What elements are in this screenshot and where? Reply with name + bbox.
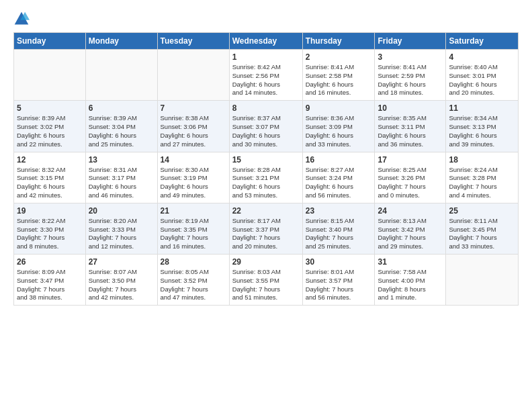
calendar-cell	[85, 50, 157, 101]
cell-info-text: Sunrise: 8:13 AM Sunset: 3:42 PM Dayligh…	[378, 217, 443, 251]
cell-info-text: Sunrise: 8:03 AM Sunset: 3:55 PM Dayligh…	[232, 268, 300, 302]
page: SundayMondayTuesdayWednesdayThursdayFrid…	[0, 0, 532, 411]
calendar-week-row: 5Sunrise: 8:39 AM Sunset: 3:02 PM Daylig…	[14, 101, 519, 152]
cell-info-text: Sunrise: 8:22 AM Sunset: 3:30 PM Dayligh…	[17, 217, 83, 251]
cell-day-number: 18	[449, 155, 515, 165]
cell-day-number: 16	[306, 155, 372, 165]
weekday-header: Wednesday	[229, 33, 302, 50]
calendar-cell: 30Sunrise: 8:01 AM Sunset: 3:57 PM Dayli…	[302, 255, 375, 306]
cell-day-number: 23	[306, 206, 372, 216]
cell-day-number: 25	[449, 206, 515, 216]
cell-info-text: Sunrise: 8:41 AM Sunset: 2:58 PM Dayligh…	[306, 63, 372, 97]
calendar-table: SundayMondayTuesdayWednesdayThursdayFrid…	[13, 32, 519, 306]
weekday-header: Saturday	[446, 33, 519, 50]
calendar-cell: 20Sunrise: 8:20 AM Sunset: 3:33 PM Dayli…	[85, 203, 157, 254]
cell-day-number: 15	[232, 155, 300, 165]
calendar-cell: 22Sunrise: 8:17 AM Sunset: 3:37 PM Dayli…	[229, 203, 302, 254]
calendar-cell: 31Sunrise: 7:58 AM Sunset: 4:00 PM Dayli…	[375, 255, 446, 306]
cell-day-number: 3	[378, 52, 443, 62]
calendar-cell: 10Sunrise: 8:35 AM Sunset: 3:11 PM Dayli…	[375, 101, 446, 152]
cell-info-text: Sunrise: 8:34 AM Sunset: 3:13 PM Dayligh…	[449, 114, 515, 148]
calendar-cell: 3Sunrise: 8:41 AM Sunset: 2:59 PM Daylig…	[375, 50, 446, 101]
cell-info-text: Sunrise: 8:41 AM Sunset: 2:59 PM Dayligh…	[378, 63, 443, 97]
calendar-week-row: 26Sunrise: 8:09 AM Sunset: 3:47 PM Dayli…	[14, 255, 519, 306]
cell-day-number: 26	[17, 257, 83, 267]
calendar-cell: 9Sunrise: 8:36 AM Sunset: 3:09 PM Daylig…	[302, 101, 375, 152]
cell-info-text: Sunrise: 8:32 AM Sunset: 3:15 PM Dayligh…	[17, 166, 83, 200]
calendar-cell: 23Sunrise: 8:15 AM Sunset: 3:40 PM Dayli…	[302, 203, 375, 254]
cell-day-number: 9	[306, 103, 372, 113]
calendar-cell: 25Sunrise: 8:11 AM Sunset: 3:45 PM Dayli…	[446, 203, 519, 254]
cell-day-number: 29	[232, 257, 300, 267]
cell-day-number: 10	[378, 103, 443, 113]
cell-day-number: 4	[449, 52, 515, 62]
weekday-header: Thursday	[302, 33, 375, 50]
cell-info-text: Sunrise: 8:39 AM Sunset: 3:04 PM Dayligh…	[89, 114, 154, 148]
cell-info-text: Sunrise: 8:05 AM Sunset: 3:52 PM Dayligh…	[161, 268, 226, 302]
cell-day-number: 30	[306, 257, 372, 267]
cell-info-text: Sunrise: 8:09 AM Sunset: 3:47 PM Dayligh…	[17, 268, 83, 302]
cell-info-text: Sunrise: 8:07 AM Sunset: 3:50 PM Dayligh…	[89, 268, 154, 302]
calendar-cell: 16Sunrise: 8:27 AM Sunset: 3:24 PM Dayli…	[302, 152, 375, 203]
cell-info-text: Sunrise: 8:35 AM Sunset: 3:11 PM Dayligh…	[378, 114, 443, 148]
weekday-header: Sunday	[14, 33, 86, 50]
calendar-week-row: 12Sunrise: 8:32 AM Sunset: 3:15 PM Dayli…	[14, 152, 519, 203]
calendar-cell: 18Sunrise: 8:24 AM Sunset: 3:28 PM Dayli…	[446, 152, 519, 203]
cell-info-text: Sunrise: 8:42 AM Sunset: 2:56 PM Dayligh…	[232, 63, 300, 97]
calendar-cell: 8Sunrise: 8:37 AM Sunset: 3:07 PM Daylig…	[229, 101, 302, 152]
cell-info-text: Sunrise: 8:15 AM Sunset: 3:40 PM Dayligh…	[306, 217, 372, 251]
cell-day-number: 17	[378, 155, 443, 165]
cell-day-number: 8	[232, 103, 300, 113]
cell-info-text: Sunrise: 8:24 AM Sunset: 3:28 PM Dayligh…	[449, 166, 515, 200]
logo-icon	[13, 11, 30, 27]
cell-info-text: Sunrise: 8:19 AM Sunset: 3:35 PM Dayligh…	[161, 217, 226, 251]
calendar-cell: 11Sunrise: 8:34 AM Sunset: 3:13 PM Dayli…	[446, 101, 519, 152]
cell-day-number: 19	[17, 206, 83, 216]
cell-info-text: Sunrise: 8:40 AM Sunset: 3:01 PM Dayligh…	[449, 63, 515, 97]
cell-info-text: Sunrise: 8:25 AM Sunset: 3:26 PM Dayligh…	[378, 166, 443, 200]
cell-info-text: Sunrise: 8:31 AM Sunset: 3:17 PM Dayligh…	[89, 166, 154, 200]
calendar-cell	[157, 50, 229, 101]
calendar-cell: 6Sunrise: 8:39 AM Sunset: 3:04 PM Daylig…	[85, 101, 157, 152]
cell-info-text: Sunrise: 7:58 AM Sunset: 4:00 PM Dayligh…	[378, 268, 443, 302]
calendar-week-row: 1Sunrise: 8:42 AM Sunset: 2:56 PM Daylig…	[14, 50, 519, 101]
logo	[13, 11, 32, 27]
calendar-cell: 21Sunrise: 8:19 AM Sunset: 3:35 PM Dayli…	[157, 203, 229, 254]
calendar-cell: 13Sunrise: 8:31 AM Sunset: 3:17 PM Dayli…	[85, 152, 157, 203]
cell-day-number: 24	[378, 206, 443, 216]
cell-day-number: 21	[161, 206, 226, 216]
cell-info-text: Sunrise: 8:27 AM Sunset: 3:24 PM Dayligh…	[306, 166, 372, 200]
cell-day-number: 22	[232, 206, 300, 216]
cell-day-number: 13	[89, 155, 154, 165]
cell-info-text: Sunrise: 8:38 AM Sunset: 3:06 PM Dayligh…	[161, 114, 226, 148]
cell-day-number: 5	[17, 103, 83, 113]
calendar-cell: 5Sunrise: 8:39 AM Sunset: 3:02 PM Daylig…	[14, 101, 86, 152]
calendar-cell: 14Sunrise: 8:30 AM Sunset: 3:19 PM Dayli…	[157, 152, 229, 203]
calendar-cell: 12Sunrise: 8:32 AM Sunset: 3:15 PM Dayli…	[14, 152, 86, 203]
cell-info-text: Sunrise: 8:01 AM Sunset: 3:57 PM Dayligh…	[306, 268, 372, 302]
cell-day-number: 11	[449, 103, 515, 113]
cell-day-number: 1	[232, 52, 300, 62]
weekday-header: Tuesday	[157, 33, 229, 50]
calendar-cell: 29Sunrise: 8:03 AM Sunset: 3:55 PM Dayli…	[229, 255, 302, 306]
header	[13, 11, 519, 27]
cell-day-number: 7	[161, 103, 226, 113]
calendar-cell: 26Sunrise: 8:09 AM Sunset: 3:47 PM Dayli…	[14, 255, 86, 306]
cell-info-text: Sunrise: 8:20 AM Sunset: 3:33 PM Dayligh…	[89, 217, 154, 251]
cell-day-number: 6	[89, 103, 154, 113]
cell-day-number: 27	[89, 257, 154, 267]
calendar-week-row: 19Sunrise: 8:22 AM Sunset: 3:30 PM Dayli…	[14, 203, 519, 254]
calendar-cell: 19Sunrise: 8:22 AM Sunset: 3:30 PM Dayli…	[14, 203, 86, 254]
weekday-header: Monday	[85, 33, 157, 50]
calendar-cell: 2Sunrise: 8:41 AM Sunset: 2:58 PM Daylig…	[302, 50, 375, 101]
cell-day-number: 31	[378, 257, 443, 267]
cell-info-text: Sunrise: 8:39 AM Sunset: 3:02 PM Dayligh…	[17, 114, 83, 148]
calendar-cell: 17Sunrise: 8:25 AM Sunset: 3:26 PM Dayli…	[375, 152, 446, 203]
cell-day-number: 12	[17, 155, 83, 165]
cell-info-text: Sunrise: 8:37 AM Sunset: 3:07 PM Dayligh…	[232, 114, 300, 148]
cell-day-number: 14	[161, 155, 226, 165]
calendar-cell: 28Sunrise: 8:05 AM Sunset: 3:52 PM Dayli…	[157, 255, 229, 306]
calendar-cell	[14, 50, 86, 101]
cell-info-text: Sunrise: 8:11 AM Sunset: 3:45 PM Dayligh…	[449, 217, 515, 251]
calendar-cell: 4Sunrise: 8:40 AM Sunset: 3:01 PM Daylig…	[446, 50, 519, 101]
